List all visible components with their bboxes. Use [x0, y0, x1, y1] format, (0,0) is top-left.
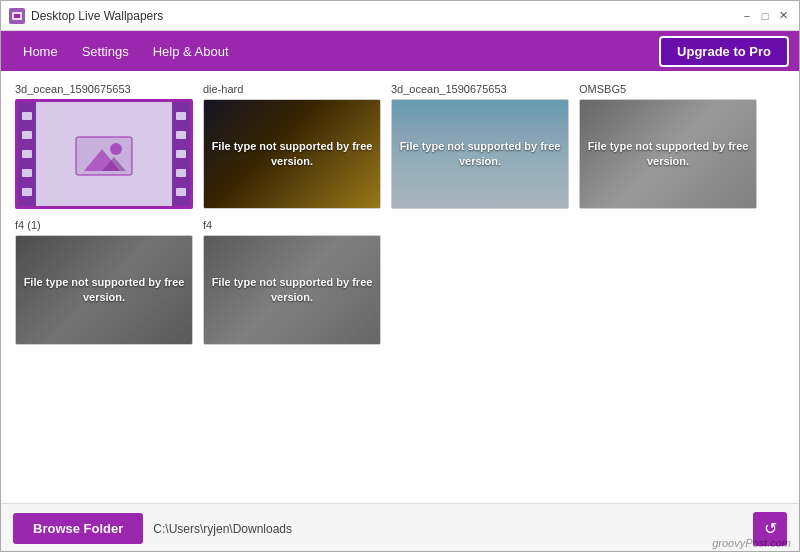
unsupported-overlay: File type not supported by free version. [204, 236, 380, 344]
film-hole [22, 150, 32, 158]
title-bar-controls[interactable]: − □ ✕ [739, 8, 791, 24]
unsupported-text: File type not supported by free version. [16, 271, 192, 310]
film-hole [176, 169, 186, 177]
wallpaper-card: 3d_ocean_1590675653 [15, 83, 193, 209]
film-hole [176, 188, 186, 196]
menu-home[interactable]: Home [11, 38, 70, 65]
card-title: f4 [203, 219, 381, 231]
app-icon [9, 8, 25, 24]
upgrade-button[interactable]: Upgrade to Pro [659, 36, 789, 67]
card-title: 3d_ocean_1590675653 [15, 83, 193, 95]
browse-folder-button[interactable]: Browse Folder [13, 513, 143, 544]
thumb-image-area [36, 102, 172, 206]
menu-bar: Home Settings Help & About Upgrade to Pr… [1, 31, 799, 71]
wallpaper-card: OMSBG5 File type not supported by free v… [579, 83, 757, 209]
menu-help[interactable]: Help & About [141, 38, 241, 65]
minimize-button[interactable]: − [739, 8, 755, 24]
film-hole [22, 131, 32, 139]
card-title: die-hard [203, 83, 381, 95]
unsupported-text: File type not supported by free version. [204, 135, 380, 174]
wallpaper-card: f4 File type not supported by free versi… [203, 219, 381, 345]
wallpaper-thumbnail[interactable]: File type not supported by free version. [579, 99, 757, 209]
unsupported-text: File type not supported by free version. [580, 135, 756, 174]
watermark: groovyPost.com [712, 537, 791, 549]
close-button[interactable]: ✕ [775, 8, 791, 24]
bottom-bar: Browse Folder C:\Users\ryjen\Downloads ↺… [1, 503, 799, 552]
film-hole [176, 150, 186, 158]
unsupported-overlay: File type not supported by free version. [392, 100, 568, 208]
wallpaper-thumbnail[interactable]: File type not supported by free version. [203, 99, 381, 209]
film-strip-left [18, 102, 36, 206]
film-hole [176, 131, 186, 139]
title-bar: Desktop Live Wallpapers − □ ✕ [1, 1, 799, 31]
folder-path: C:\Users\ryjen\Downloads [153, 522, 743, 536]
card-title: f4 (1) [15, 219, 193, 231]
wallpaper-card: 3d_ocean_1590675653 File type not suppor… [391, 83, 569, 209]
wallpaper-thumbnail[interactable]: File type not supported by free version. [203, 235, 381, 345]
image-placeholder-icon [74, 129, 134, 179]
app-title: Desktop Live Wallpapers [31, 9, 163, 23]
film-hole [22, 169, 32, 177]
card-title: 3d_ocean_1590675653 [391, 83, 569, 95]
unsupported-overlay: File type not supported by free version. [16, 236, 192, 344]
wallpaper-thumbnail[interactable] [15, 99, 193, 209]
menu-settings[interactable]: Settings [70, 38, 141, 65]
unsupported-text: File type not supported by free version. [392, 135, 568, 174]
menu-bar-left: Home Settings Help & About [11, 38, 241, 65]
svg-rect-1 [14, 14, 20, 18]
unsupported-overlay: File type not supported by free version. [580, 100, 756, 208]
wallpaper-card: f4 (1) File type not supported by free v… [15, 219, 193, 345]
film-hole [22, 112, 32, 120]
svg-point-3 [110, 143, 122, 155]
maximize-button[interactable]: □ [757, 8, 773, 24]
unsupported-overlay: File type not supported by free version. [204, 100, 380, 208]
card-title: OMSBG5 [579, 83, 757, 95]
wallpaper-thumbnail[interactable]: File type not supported by free version. [391, 99, 569, 209]
film-hole [176, 112, 186, 120]
wallpaper-grid: 3d_ocean_1590675653 [1, 71, 799, 503]
wallpaper-thumbnail[interactable]: File type not supported by free version. [15, 235, 193, 345]
title-bar-left: Desktop Live Wallpapers [9, 8, 163, 24]
unsupported-text: File type not supported by free version. [204, 271, 380, 310]
film-strip-right [172, 102, 190, 206]
film-hole [22, 188, 32, 196]
wallpaper-card: die-hard File type not supported by free… [203, 83, 381, 209]
